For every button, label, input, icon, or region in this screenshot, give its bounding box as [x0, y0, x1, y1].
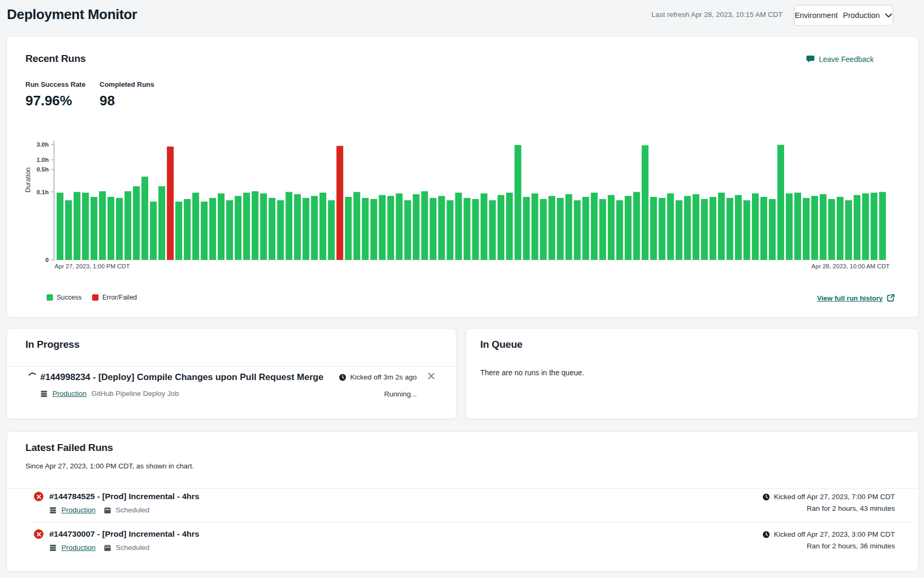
run-bar[interactable]: [489, 200, 496, 260]
run-bar[interactable]: [650, 197, 657, 260]
run-bar[interactable]: [209, 198, 216, 260]
run-bar[interactable]: [396, 193, 402, 260]
run-bar[interactable]: [430, 198, 437, 260]
run-bar[interactable]: [74, 192, 80, 260]
run-bar[interactable]: [777, 145, 784, 260]
run-bar[interactable]: [379, 195, 385, 260]
run-bar[interactable]: [99, 191, 106, 260]
run-bar[interactable]: [820, 194, 827, 260]
run-bar[interactable]: [277, 200, 284, 260]
run-bar[interactable]: [235, 196, 241, 260]
run-bar[interactable]: [353, 192, 360, 260]
in-progress-deployment-link[interactable]: Production: [52, 390, 87, 398]
run-bar[interactable]: [735, 195, 742, 260]
run-bar[interactable]: [879, 192, 886, 260]
run-bar[interactable]: [498, 195, 505, 260]
run-bar[interactable]: [557, 198, 564, 260]
run-bar[interactable]: [845, 200, 852, 260]
run-bar[interactable]: [718, 193, 725, 260]
run-bar[interactable]: [319, 193, 326, 260]
run-bar[interactable]: [676, 200, 683, 260]
run-bar[interactable]: [667, 193, 674, 260]
run-bar[interactable]: [659, 198, 666, 260]
run-bar[interactable]: [413, 194, 420, 260]
run-bar[interactable]: [294, 194, 301, 260]
run-bar[interactable]: [472, 199, 479, 260]
run-bar[interactable]: [260, 193, 267, 260]
run-bar[interactable]: [387, 196, 394, 260]
run-bar[interactable]: [591, 193, 598, 260]
run-bar[interactable]: [540, 199, 547, 260]
run-bar[interactable]: [167, 147, 174, 260]
run-bar[interactable]: [743, 200, 750, 260]
run-bar[interactable]: [133, 186, 140, 260]
run-bar[interactable]: [828, 199, 835, 260]
run-bar[interactable]: [405, 200, 411, 260]
run-bar[interactable]: [566, 194, 572, 260]
run-bar[interactable]: [726, 198, 733, 260]
run-bar[interactable]: [336, 146, 343, 260]
run-bar[interactable]: [57, 193, 64, 260]
run-bar[interactable]: [625, 196, 632, 260]
run-bar[interactable]: [150, 202, 157, 260]
run-bar[interactable]: [285, 192, 292, 260]
run-bar[interactable]: [710, 197, 716, 260]
run-bar[interactable]: [760, 197, 767, 260]
run-bar[interactable]: [243, 193, 250, 260]
failed-run-title[interactable]: #144784525 - [Prod] Incremental - 4hrs: [49, 492, 199, 501]
run-bar[interactable]: [141, 177, 148, 260]
run-bar[interactable]: [633, 192, 640, 260]
in-progress-run-title[interactable]: #144998234 - [Deploy] Compile Changes up…: [40, 372, 324, 383]
run-bar[interactable]: [311, 196, 318, 260]
run-bar[interactable]: [184, 199, 191, 260]
run-bar[interactable]: [370, 199, 377, 260]
run-bar[interactable]: [769, 199, 776, 260]
run-bar[interactable]: [481, 193, 488, 260]
run-bar[interactable]: [642, 145, 649, 260]
run-bar[interactable]: [701, 199, 708, 260]
run-bar[interactable]: [693, 194, 699, 260]
run-bar[interactable]: [549, 196, 555, 260]
run-bar[interactable]: [438, 196, 445, 260]
run-bar[interactable]: [158, 186, 165, 260]
run-bar[interactable]: [532, 193, 539, 260]
run-bar[interactable]: [837, 197, 844, 260]
run-bar[interactable]: [794, 193, 801, 260]
run-bar[interactable]: [523, 197, 530, 260]
run-bar[interactable]: [362, 198, 369, 260]
run-bar[interactable]: [124, 191, 131, 260]
run-bar[interactable]: [268, 198, 275, 260]
run-bar[interactable]: [107, 197, 114, 260]
run-bar[interactable]: [599, 199, 606, 260]
run-bar[interactable]: [786, 193, 793, 260]
run-bar[interactable]: [752, 193, 759, 260]
run-bar[interactable]: [82, 193, 89, 260]
run-bar[interactable]: [116, 198, 123, 260]
run-bar[interactable]: [192, 193, 199, 260]
failed-run-title[interactable]: #144730007 - [Prod] Incremental - 4hrs: [49, 529, 199, 539]
run-bar[interactable]: [201, 202, 208, 260]
run-bar[interactable]: [226, 200, 233, 260]
run-bar[interactable]: [506, 193, 513, 260]
run-bar[interactable]: [91, 197, 97, 260]
run-bar[interactable]: [252, 191, 258, 260]
run-bar[interactable]: [447, 200, 454, 260]
failed-run-deployment-link[interactable]: Production: [61, 506, 96, 514]
failed-run-deployment-link[interactable]: Production: [61, 544, 96, 552]
run-bar[interactable]: [574, 200, 581, 260]
run-bar[interactable]: [608, 195, 615, 260]
run-bar[interactable]: [582, 197, 589, 260]
run-bar[interactable]: [616, 200, 623, 260]
run-bar[interactable]: [421, 191, 428, 260]
run-bar[interactable]: [854, 195, 860, 260]
close-icon[interactable]: [427, 372, 436, 381]
run-bar[interactable]: [803, 198, 810, 260]
run-bar[interactable]: [65, 200, 72, 260]
run-bar[interactable]: [684, 196, 691, 260]
run-bar[interactable]: [515, 145, 522, 260]
view-full-run-history-link[interactable]: View full run history: [817, 294, 895, 302]
run-bar[interactable]: [218, 193, 225, 260]
run-bar[interactable]: [328, 200, 335, 260]
run-bar[interactable]: [455, 193, 462, 260]
run-bar[interactable]: [464, 198, 471, 260]
